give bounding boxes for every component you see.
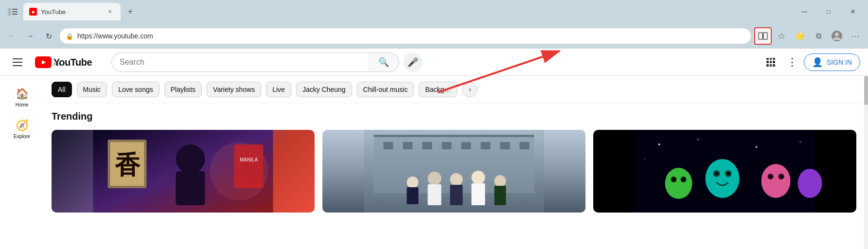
- refresh-button[interactable]: ↻: [41, 28, 56, 44]
- svg-point-44: [727, 172, 730, 175]
- profile-button[interactable]: [828, 27, 846, 45]
- thumbnail-1-visual: 香 MANILA: [52, 130, 315, 213]
- chip-love-songs[interactable]: Love songs: [112, 82, 159, 97]
- tab-bar: YouTube × +: [23, 3, 793, 20]
- chip-more-button[interactable]: ›: [462, 82, 478, 97]
- more-button[interactable]: ···: [847, 27, 864, 45]
- svg-rect-21: [384, 142, 393, 149]
- back-button[interactable]: ←: [4, 28, 19, 44]
- content-area: 🏠 Home 🧭 Explore All Music Love songs: [0, 76, 868, 249]
- favorites-button[interactable]: ☆: [773, 27, 790, 45]
- new-tab-button[interactable]: +: [123, 4, 138, 19]
- svg-rect-36: [472, 183, 485, 205]
- svg-point-54: [780, 176, 782, 178]
- svg-rect-4: [759, 33, 762, 39]
- search-input[interactable]: [111, 53, 368, 72]
- tab-title: YouTube: [41, 8, 101, 16]
- svg-point-40: [706, 159, 740, 198]
- svg-rect-22: [403, 142, 413, 149]
- svg-rect-2: [12, 11, 18, 12]
- explore-icon: 🧭: [16, 119, 29, 132]
- chip-live[interactable]: Live: [266, 82, 291, 97]
- svg-point-49: [682, 178, 685, 181]
- split-screen-icon: [758, 31, 768, 41]
- duplicate-button[interactable]: ⧉: [810, 27, 827, 45]
- thumbnail-3-visual: [593, 130, 856, 213]
- sidebar-toggle-button[interactable]: [4, 3, 21, 20]
- duplicate-icon: ⧉: [816, 32, 821, 40]
- youtube-logo-icon: [35, 56, 52, 68]
- close-button[interactable]: ✕: [842, 4, 864, 19]
- search-icon: 🔍: [378, 57, 389, 68]
- chip-playlists[interactable]: Playlists: [164, 82, 202, 97]
- scrollbar[interactable]: [864, 76, 868, 249]
- scrollbar-thumb[interactable]: [864, 76, 868, 105]
- svg-rect-1: [12, 9, 18, 10]
- youtube-app: YouTube HK 🔍 🎤 ⋮: [0, 49, 868, 249]
- svg-point-53: [769, 176, 772, 178]
- chip-chill-out[interactable]: Chill-out music: [357, 82, 414, 97]
- voice-search-button[interactable]: 🎤: [403, 53, 423, 72]
- youtube-logo[interactable]: YouTube HK: [35, 56, 92, 68]
- svg-rect-24: [442, 142, 452, 149]
- youtube-header: YouTube HK 🔍 🎤 ⋮: [0, 49, 868, 76]
- sidebar-item-explore[interactable]: 🧭 Explore: [4, 115, 39, 143]
- main-content: All Music Love songs Playlists Variety s…: [44, 76, 864, 249]
- trending-title: Trending: [52, 111, 856, 122]
- search-button[interactable]: 🔍: [368, 53, 399, 72]
- active-tab[interactable]: YouTube ×: [23, 3, 121, 20]
- svg-point-48: [673, 178, 675, 181]
- split-screen-button[interactable]: [754, 27, 772, 45]
- svg-point-57: [697, 139, 699, 141]
- minimize-button[interactable]: —: [793, 4, 815, 19]
- chip-backg[interactable]: Backg…: [419, 82, 457, 97]
- tab-favicon: [29, 8, 37, 16]
- svg-text:MANILA: MANILA: [240, 157, 258, 162]
- microphone-icon: 🎤: [407, 57, 418, 68]
- chip-all[interactable]: All: [52, 82, 72, 97]
- svg-rect-16: [234, 144, 264, 188]
- sign-in-label: SIGN IN: [827, 58, 852, 66]
- grid-view-button[interactable]: [761, 53, 780, 72]
- sign-in-button[interactable]: 👤 SIGN IN: [804, 53, 860, 71]
- chip-variety-shows[interactable]: Variety shows: [207, 82, 261, 97]
- svg-rect-34: [450, 185, 463, 205]
- home-icon: 🏠: [16, 88, 29, 100]
- svg-point-33: [450, 173, 463, 186]
- svg-point-35: [472, 171, 485, 184]
- maximize-button[interactable]: □: [817, 4, 840, 19]
- video-thumbnail-2[interactable]: [322, 130, 585, 213]
- tab-close-button[interactable]: ×: [105, 7, 115, 17]
- sidebar-item-home[interactable]: 🏠 Home: [4, 84, 39, 111]
- chip-music[interactable]: Music: [77, 82, 107, 97]
- chevron-right-icon: ›: [469, 85, 471, 94]
- window-controls: — □ ✕: [793, 4, 864, 19]
- video-thumbnail-3[interactable]: [593, 130, 856, 213]
- url-text: https://www.youtube.com: [77, 32, 745, 40]
- menu-button[interactable]: [8, 53, 27, 72]
- more-options-button[interactable]: ⋮: [782, 53, 802, 72]
- browser-toolbar: ☆ ⭐ ⧉ ···: [754, 27, 864, 45]
- svg-point-31: [428, 172, 442, 185]
- svg-point-58: [756, 146, 758, 148]
- svg-point-13: [176, 144, 205, 174]
- svg-point-29: [407, 177, 419, 188]
- collections-button[interactable]: ⭐: [791, 27, 809, 45]
- grid-icon: [766, 58, 775, 67]
- svg-point-56: [658, 143, 660, 145]
- svg-rect-38: [495, 186, 506, 205]
- sidebar-explore-label: Explore: [14, 134, 30, 139]
- video-thumbnail-1[interactable]: 香 MANILA: [52, 130, 315, 213]
- forward-button[interactable]: →: [22, 28, 38, 44]
- svg-point-45: [665, 168, 692, 199]
- search-container: 🔍 🎤: [111, 53, 423, 72]
- svg-rect-5: [763, 33, 767, 39]
- youtube-logo-region: HK: [53, 62, 92, 67]
- title-bar: YouTube × + — □ ✕: [0, 0, 868, 23]
- hamburger-icon: [13, 58, 22, 66]
- svg-point-59: [799, 142, 801, 143]
- address-bar[interactable]: 🔒 https://www.youtube.com: [59, 28, 751, 44]
- header-right: ⋮ 👤 SIGN IN: [761, 53, 860, 72]
- chip-jacky-cheung[interactable]: Jacky Cheung: [296, 82, 352, 97]
- sign-in-user-icon: 👤: [812, 57, 823, 68]
